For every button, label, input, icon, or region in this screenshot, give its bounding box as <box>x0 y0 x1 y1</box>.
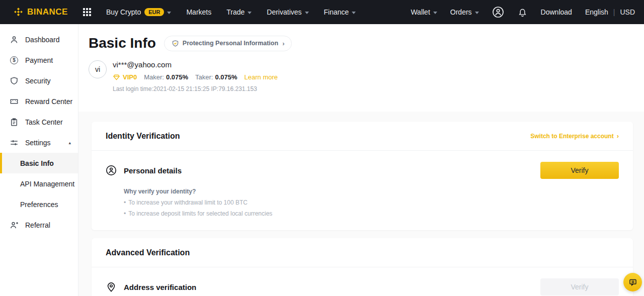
why-verify-title: Why verify your identity? <box>124 188 619 195</box>
dollar-circle-icon: $ <box>9 55 19 65</box>
sidebar-item-api-management[interactable]: API Management <box>0 173 78 194</box>
brand-name: BINANCE <box>27 7 68 17</box>
currency-selector[interactable]: USD <box>620 8 635 16</box>
location-pin-icon <box>106 281 117 292</box>
verify-identity-button[interactable]: Verify <box>540 162 619 179</box>
last-login-info: Last login time:2021-02-15 21:15:25 IP:7… <box>113 85 278 92</box>
sidebar-item-dashboard[interactable]: Dashboard <box>0 29 78 50</box>
nav-markets[interactable]: Markets <box>186 8 211 16</box>
maker-value: 0.075% <box>166 73 188 81</box>
address-verification-title: Address verification <box>124 283 196 291</box>
personal-details-title: Personal details <box>124 166 182 175</box>
sidebar-item-basic-info[interactable]: Basic Info <box>0 153 78 173</box>
shield-check-icon <box>172 40 179 47</box>
sliders-icon <box>9 138 19 148</box>
notifications-bell-icon[interactable] <box>517 7 528 18</box>
nav-download[interactable]: Download <box>541 8 572 16</box>
nav-orders[interactable]: Orders <box>450 8 479 16</box>
chat-bubble-icon <box>628 278 637 287</box>
profile-icon[interactable] <box>492 6 504 18</box>
caret-down-icon <box>305 12 309 14</box>
privacy-protection-badge[interactable]: Protecting Personal Information › <box>164 36 292 51</box>
identity-verification-title: Identity Verification <box>106 132 180 141</box>
nav-buy-crypto[interactable]: Buy Crypto EUR <box>106 8 171 16</box>
caret-down-icon <box>248 12 252 14</box>
caret-down-icon <box>167 12 171 14</box>
caret-down-icon <box>352 12 356 14</box>
person-plus-icon <box>9 220 19 230</box>
sidebar-item-settings[interactable]: Settings ▴ <box>0 132 78 153</box>
advanced-verification-title: Advanced Verification <box>106 248 190 257</box>
top-navbar: BINANCE Buy Crypto EUR Markets Trade Der… <box>0 0 644 24</box>
binance-logo-icon <box>13 7 24 18</box>
currency-badge: EUR <box>144 8 164 16</box>
language-selector[interactable]: English <box>585 8 608 16</box>
advanced-verification-card: Advanced Verification Address verificati… <box>92 238 633 296</box>
ticket-icon <box>9 96 19 107</box>
apps-grid-icon[interactable] <box>83 8 91 16</box>
chevron-right-icon: › <box>617 132 619 140</box>
sidebar-item-preferences[interactable]: Preferences <box>0 194 78 215</box>
switch-enterprise-link[interactable]: Switch to Enterprise account › <box>530 132 619 140</box>
sidebar: Dashboard $ Payment Security Rewa <box>0 24 78 296</box>
sidebar-item-task-center[interactable]: Task Center <box>0 112 78 132</box>
user-email: vi***@yahoo.com <box>113 60 278 69</box>
sidebar-item-payment[interactable]: $ Payment <box>0 50 78 70</box>
person-circle-icon <box>106 165 117 176</box>
why-verify-bullet: •To increase your withdrawal limit to 10… <box>124 199 619 206</box>
sidebar-item-reward-center[interactable]: Reward Center <box>0 91 78 112</box>
page-title: Basic Info <box>89 35 156 51</box>
avatar: vi <box>89 60 107 78</box>
divider: | <box>613 8 615 16</box>
vip-diamond-icon <box>113 73 120 81</box>
person-icon <box>9 35 19 45</box>
maker-label: Maker: <box>144 73 164 81</box>
basic-info-header: Basic Info Protecting Personal Informati… <box>78 24 644 112</box>
chevron-right-icon: › <box>282 40 284 47</box>
binance-logo[interactable]: BINANCE <box>13 7 68 18</box>
nav-wallet[interactable]: Wallet <box>411 8 437 16</box>
nav-finance[interactable]: Finance <box>324 8 356 16</box>
caret-down-icon <box>433 12 437 14</box>
vip-level: VIP0 <box>123 73 137 81</box>
shield-icon <box>9 76 19 86</box>
sidebar-item-referral[interactable]: Referral <box>0 215 78 235</box>
support-chat-button[interactable] <box>623 273 642 291</box>
taker-label: Taker: <box>195 73 213 81</box>
verify-address-button[interactable]: Verify <box>540 278 619 295</box>
why-verify-bullet: •To increase deposit limits for selected… <box>124 210 619 217</box>
clipboard-icon <box>9 117 19 127</box>
sidebar-item-security[interactable]: Security <box>0 70 78 91</box>
caret-up-icon: ▴ <box>68 140 71 145</box>
taker-value: 0.075% <box>215 73 237 81</box>
nav-derivatives[interactable]: Derivatives <box>267 8 308 16</box>
nav-trade[interactable]: Trade <box>226 8 252 16</box>
learn-more-link[interactable]: Learn more <box>245 73 278 81</box>
identity-verification-card: Identity Verification Switch to Enterpri… <box>92 122 633 230</box>
caret-down-icon <box>475 12 479 14</box>
